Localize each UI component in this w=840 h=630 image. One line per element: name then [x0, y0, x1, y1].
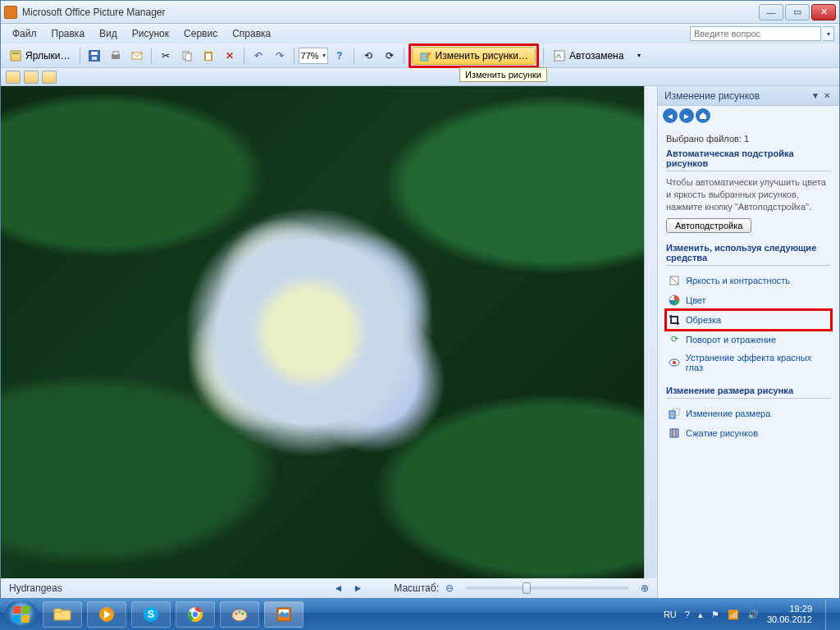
tool-crop[interactable]: Обрезка	[666, 310, 831, 330]
save-button[interactable]	[84, 47, 104, 65]
separator	[80, 48, 80, 64]
taskbar-explorer-button[interactable]	[43, 601, 82, 628]
help-button[interactable]: ?	[330, 47, 349, 65]
svg-rect-20	[670, 429, 678, 437]
paste-button[interactable]	[199, 47, 218, 65]
print-button[interactable]	[106, 47, 126, 65]
tray-language[interactable]: RU	[664, 609, 677, 619]
menu-help[interactable]: Справка	[226, 25, 277, 42]
zoom-slider[interactable]	[465, 587, 629, 590]
shortcuts-button[interactable]: Ярлыки…	[4, 47, 75, 65]
zoom-slider-thumb[interactable]	[523, 582, 531, 594]
tool-color[interactable]: Цвет	[666, 290, 831, 310]
tray-flag-icon[interactable]: ⚑	[711, 609, 719, 620]
folder-icon	[53, 607, 71, 622]
taskbar-picturemanager-button[interactable]	[264, 601, 304, 628]
tray-clock[interactable]: 19:29 30.06.2012	[767, 604, 812, 624]
picture-content	[1, 86, 644, 578]
zoom-label: Масштаб:	[394, 582, 439, 594]
copy-icon	[180, 49, 194, 62]
zoom-in-button[interactable]: ⊕	[641, 582, 649, 594]
shortcuts-label: Ярлыки…	[25, 50, 71, 62]
mail-button[interactable]	[127, 47, 147, 65]
menu-view[interactable]: Вид	[93, 25, 124, 42]
highlight-annotation: Изменить рисунки…	[409, 43, 539, 68]
taskbar-paint-button[interactable]	[220, 601, 259, 628]
copy-button[interactable]	[177, 47, 197, 65]
window-title: Microsoft Office Picture Manager	[22, 7, 759, 18]
separator	[244, 48, 244, 64]
edit-pictures-button[interactable]: Изменить рисунки…	[412, 47, 536, 65]
ask-question-dropdown[interactable]: ▾	[823, 26, 834, 41]
pane-home-button[interactable]	[696, 108, 710, 123]
auto-correct-button[interactable]: Автозамена	[548, 47, 628, 65]
color-icon	[668, 294, 681, 307]
redo-button[interactable]: ↷	[270, 47, 290, 65]
window-minimize-button[interactable]: —	[759, 4, 783, 21]
prev-picture-button[interactable]: ◄	[332, 582, 345, 594]
tool-label: Цвет	[686, 295, 706, 305]
menu-picture[interactable]: Рисунок	[126, 25, 176, 42]
zoom-combo[interactable]: 77%▾	[299, 48, 328, 64]
skype-icon: S	[143, 606, 159, 623]
tool-rotate[interactable]: ⟳ Поворот и отражение	[666, 330, 831, 349]
tool-compress[interactable]: Сжатие рисунков	[666, 423, 831, 443]
chevron-down-icon: ▾	[322, 52, 326, 59]
separator	[294, 48, 294, 64]
rotate-right-button[interactable]: ⟳	[380, 47, 399, 65]
tray-help-icon[interactable]: ?	[685, 609, 690, 619]
chrome-icon	[187, 606, 203, 623]
vertical-scrollbar[interactable]	[644, 86, 657, 578]
brightness-icon	[668, 274, 681, 287]
crop-icon	[668, 313, 681, 326]
selected-count: 1	[744, 134, 749, 144]
taskbar-skype-button[interactable]: S	[131, 601, 171, 628]
taskbar-chrome-button[interactable]	[176, 601, 215, 628]
svg-point-28	[192, 611, 199, 618]
tool-redeye[interactable]: Устранение эффекта красных глаз	[666, 349, 831, 376]
thumbnail-view-button[interactable]	[6, 71, 21, 84]
zoom-out-button[interactable]: ⊖	[445, 582, 454, 594]
edit-pictures-icon	[419, 49, 432, 62]
paste-icon	[202, 49, 215, 62]
svg-rect-3	[91, 52, 98, 55]
pane-forward-button[interactable]: ►	[679, 108, 694, 123]
tooltip-edit-pictures: Изменить рисунки	[459, 67, 547, 82]
picture-canvas[interactable]	[1, 86, 644, 578]
menu-tools[interactable]: Сервис	[177, 25, 224, 42]
pane-back-button[interactable]: ◄	[663, 108, 678, 123]
cut-icon: ✂	[159, 49, 172, 62]
undo-button[interactable]: ↶	[249, 47, 268, 65]
ask-question-input[interactable]	[690, 26, 821, 41]
tray-network-icon[interactable]: 📶	[728, 609, 739, 620]
toolbar-overflow-button[interactable]: ▾	[630, 47, 648, 65]
taskbar-mediaplayer-button[interactable]	[87, 601, 126, 628]
window-maximize-button[interactable]: ▭	[785, 4, 810, 21]
auto-fix-button[interactable]: Автоподстройка	[666, 218, 751, 233]
menu-file[interactable]: Файл	[6, 25, 43, 42]
window-close-button[interactable]: ✕	[811, 4, 836, 21]
single-view-button[interactable]	[42, 71, 57, 84]
svg-text:S: S	[148, 609, 154, 620]
cut-button[interactable]: ✂	[156, 47, 176, 65]
pane-close-button[interactable]: ✕	[821, 91, 833, 100]
divider	[666, 265, 831, 266]
rotate-right-icon: ⟳	[383, 49, 396, 62]
delete-button[interactable]: ✕	[220, 47, 240, 65]
pane-dropdown-button[interactable]: ▼	[810, 91, 821, 100]
tray-chevron-up-icon[interactable]: ▴	[698, 609, 703, 620]
show-desktop-button[interactable]	[825, 599, 835, 630]
selected-label: Выбрано файлов:	[666, 134, 742, 144]
menu-edit[interactable]: Правка	[45, 25, 92, 42]
tool-brightness[interactable]: Яркость и контрастность	[666, 271, 831, 290]
tray-volume-icon[interactable]: 🔊	[747, 609, 759, 620]
tool-label: Сжатие рисунков	[686, 428, 758, 438]
svg-point-31	[239, 611, 241, 614]
resize-icon	[668, 407, 681, 420]
filmstrip-view-button[interactable]	[24, 71, 39, 84]
tool-resize[interactable]: Изменение размера	[666, 404, 831, 423]
next-picture-button[interactable]: ►	[351, 582, 364, 594]
start-button[interactable]	[5, 601, 38, 628]
rotate-left-button[interactable]: ⟲	[358, 47, 378, 65]
redeye-icon	[668, 356, 681, 369]
